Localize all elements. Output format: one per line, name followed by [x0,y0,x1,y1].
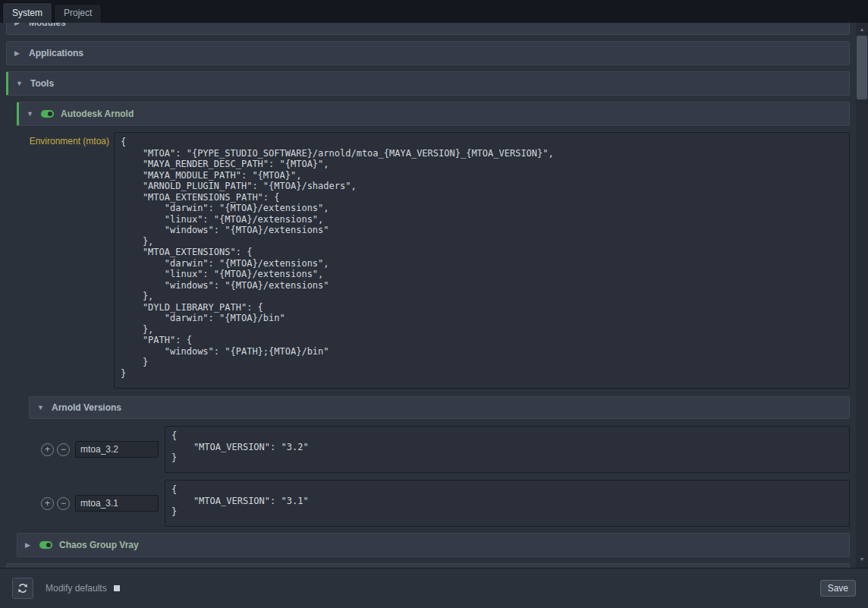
group-label-autodesk-arnold: Autodesk Arnold [61,109,134,119]
remove-version-button[interactable]: − [57,443,70,456]
tab-bar: System Project [0,0,868,23]
version-key-input[interactable] [75,441,159,458]
arnold-enabled-toggle[interactable] [41,110,54,118]
footer-bar: Modify defaults Save [0,568,868,608]
group-label-arnold-versions: Arnold Versions [52,402,121,413]
section-header-applications[interactable]: ▶ Applications [6,41,850,65]
chevron-right-icon: ▶ [14,49,22,57]
tab-project[interactable]: Project [54,4,102,23]
version-item-row: + − { "MTOA_VERSION": "3.1" } [35,480,850,527]
scroll-down-button[interactable]: ▼ [856,553,868,565]
environment-field-row: Environment (mtoa) { "MTOA": "{PYPE_STUD… [6,132,850,389]
scrollbar-thumb[interactable] [857,36,867,99]
environment-json-editor[interactable]: { "MTOA": "{PYPE_STUDIO_SOFTWARE}/arnold… [114,132,850,389]
add-version-button[interactable]: + [41,497,54,510]
tab-system[interactable]: System [2,2,52,23]
chevron-down-icon: ▼ [37,404,45,411]
save-button[interactable]: Save [820,580,856,597]
version-item-row: + − { "MTOA_VERSION": "3.2" } [35,426,850,473]
chevron-right-icon: ▶ [14,23,22,27]
settings-scroll-area: ▶ Modules ▶ Applications ▼ Tools ▼ Autod… [0,23,856,568]
remove-version-button[interactable]: − [57,497,70,510]
section-label-applications: Applications [29,48,83,58]
vray-enabled-toggle[interactable] [39,541,52,549]
version-value-editor[interactable]: { "MTOA_VERSION": "3.1" } [165,480,850,527]
modify-defaults-label: Modify defaults [46,583,107,594]
version-value-editor[interactable]: { "MTOA_VERSION": "3.2" } [165,426,850,473]
group-header-chaos-group-vray[interactable]: ▶ Chaos Group Vray [17,533,850,557]
group-label-chaos-group-vray: Chaos Group Vray [59,540,139,550]
group-header-autodesk-arnold[interactable]: ▼ Autodesk Arnold [17,102,850,126]
section-header-modules[interactable]: ▶ Modules [6,23,850,35]
section-header-tools[interactable]: ▼ Tools [6,71,850,96]
refresh-button[interactable] [12,578,33,599]
modify-defaults-checkbox[interactable] [114,585,120,591]
section-label-modules: Modules [29,23,66,28]
toggle-knob [46,543,51,547]
section-label-tools: Tools [30,78,54,89]
chevron-down-icon: ▼ [27,110,34,118]
version-key-input[interactable] [75,495,159,512]
chevron-right-icon: ▶ [25,541,33,549]
settings-window: System Project ▶ Modules ▶ Applications … [0,0,868,608]
environment-label: Environment (mtoa) [6,132,114,389]
scroll-up-button[interactable]: ▲ [856,23,868,35]
toggle-knob [48,112,52,116]
chevron-down-icon: ▼ [16,80,24,87]
group-header-arnold-versions[interactable]: ▼ Arnold Versions [29,396,850,419]
vertical-scrollbar[interactable]: ▲ ▼ [856,23,868,568]
refresh-icon [17,582,29,594]
add-version-button[interactable]: + [41,443,54,456]
